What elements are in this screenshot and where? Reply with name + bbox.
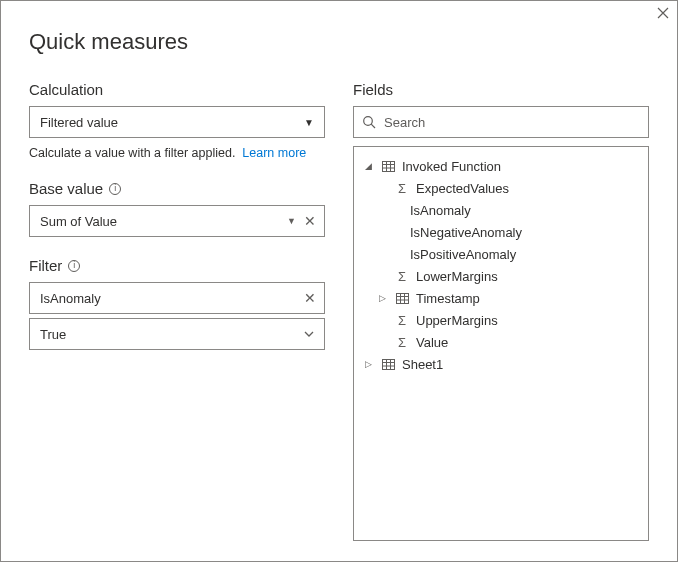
expand-icon[interactable]: ▷ (362, 359, 374, 369)
info-icon[interactable]: i (68, 260, 80, 272)
svg-line-1 (371, 124, 375, 128)
tree-item-label: LowerMargins (416, 269, 498, 284)
search-box[interactable] (353, 106, 649, 138)
filter-field-text: IsAnomaly (40, 291, 101, 306)
base-value-label-text: Base value (29, 180, 103, 197)
sigma-icon: Σ (394, 335, 410, 350)
search-icon (362, 115, 376, 129)
tree-item-label: IsPositiveAnomaly (410, 247, 516, 262)
tree-field-isnegativeanomaly[interactable]: IsNegativeAnomaly (360, 221, 642, 243)
tree-table-invoked-function[interactable]: ◢ Invoked Function (360, 155, 642, 177)
svg-point-0 (364, 117, 373, 126)
calculation-dropdown[interactable]: Filtered value ▼ (29, 106, 325, 138)
tree-item-label: Value (416, 335, 448, 350)
table-icon (380, 359, 396, 370)
tree-item-label: Invoked Function (402, 159, 501, 174)
close-icon (657, 7, 669, 19)
base-value-label: Base value i (29, 180, 325, 197)
svg-rect-7 (396, 293, 408, 303)
filter-value-text: True (40, 327, 66, 342)
base-value-text: Sum of Value (40, 214, 117, 229)
caret-down-icon[interactable]: ▼ (287, 216, 296, 226)
sigma-icon: Σ (394, 269, 410, 284)
tree-item-label: IsNegativeAnomaly (410, 225, 522, 240)
tree-field-isanomaly[interactable]: IsAnomaly (360, 199, 642, 221)
tree-field-uppermargins[interactable]: Σ UpperMargins (360, 309, 642, 331)
caret-down-icon: ▼ (304, 117, 314, 128)
svg-rect-12 (382, 359, 394, 369)
quick-measures-dialog: Quick measures Calculation Filtered valu… (0, 0, 678, 562)
tree-field-expectedvalues[interactable]: Σ ExpectedValues (360, 177, 642, 199)
filter-field-box[interactable]: IsAnomaly ✕ (29, 282, 325, 314)
collapse-icon[interactable]: ◢ (362, 161, 374, 171)
tree-item-label: UpperMargins (416, 313, 498, 328)
table-icon (380, 161, 396, 172)
tree-item-label: Timestamp (416, 291, 480, 306)
chevron-down-icon (302, 327, 316, 341)
tree-item-label: IsAnomaly (410, 203, 471, 218)
tree-field-lowermargins[interactable]: Σ LowerMargins (360, 265, 642, 287)
close-button[interactable] (653, 3, 673, 23)
base-value-field[interactable]: Sum of Value ▼ ✕ (29, 205, 325, 237)
tree-field-ispositiveanomaly[interactable]: IsPositiveAnomaly (360, 243, 642, 265)
left-column: Calculation Filtered value ▼ Calculate a… (29, 81, 325, 541)
svg-rect-2 (382, 161, 394, 171)
learn-more-link[interactable]: Learn more (242, 146, 306, 160)
fields-label: Fields (353, 81, 649, 98)
table-icon (394, 293, 410, 304)
sigma-icon: Σ (394, 181, 410, 196)
clear-filter-field-button[interactable]: ✕ (304, 291, 316, 305)
calculation-description: Calculate a value with a filter applied.… (29, 146, 325, 160)
clear-base-value-button[interactable]: ✕ (304, 214, 316, 228)
info-icon[interactable]: i (109, 183, 121, 195)
tree-table-sheet1[interactable]: ▷ Sheet1 (360, 353, 642, 375)
calculation-desc-text: Calculate a value with a filter applied. (29, 146, 235, 160)
tree-item-label: ExpectedValues (416, 181, 509, 196)
right-column: Fields ◢ Invoked Function Σ ExpectedValu… (353, 81, 649, 541)
tree-field-timestamp[interactable]: ▷ Timestamp (360, 287, 642, 309)
filter-value-dropdown[interactable]: True (29, 318, 325, 350)
filter-label: Filter i (29, 257, 325, 274)
calculation-label: Calculation (29, 81, 325, 98)
dialog-columns: Calculation Filtered value ▼ Calculate a… (29, 81, 649, 541)
calculation-selected: Filtered value (40, 115, 118, 130)
fields-tree: ◢ Invoked Function Σ ExpectedValues IsAn… (353, 146, 649, 541)
tree-field-value[interactable]: Σ Value (360, 331, 642, 353)
expand-icon[interactable]: ▷ (376, 293, 388, 303)
sigma-icon: Σ (394, 313, 410, 328)
tree-item-label: Sheet1 (402, 357, 443, 372)
filter-label-text: Filter (29, 257, 62, 274)
dialog-title: Quick measures (29, 29, 649, 55)
search-input[interactable] (384, 115, 640, 130)
